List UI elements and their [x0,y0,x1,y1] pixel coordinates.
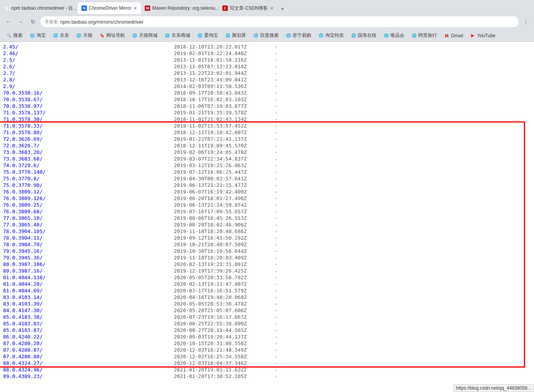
dir-link[interactable]: 86.0.4240.22/ [3,334,43,340]
bookmark-vip[interactable]: 🌐 唯品会 [380,31,407,40]
bookmark-taobao[interactable]: 🌐 淘宝 [26,31,49,40]
bookmark-aitaobao[interactable]: 🌐 爱淘宝 [194,31,221,40]
dir-link[interactable]: 80.0.3987.16/ [3,268,43,274]
dir-link[interactable]: 2.9/ [3,83,15,89]
dir-link[interactable]: 70.0.3538.97/ [3,103,43,109]
dir-link[interactable]: 88.0.4324.27/ [3,360,43,366]
back-button[interactable]: ← [3,17,13,27]
youtube-icon: ▶ [470,33,475,38]
reload-button[interactable]: ↻ [28,17,38,27]
dir-link[interactable]: 76.0.3809.68/ [3,209,43,214]
dir-date: 2019-02-01T19:22:24.040Z [171,50,272,57]
dir-link[interactable]: 75.0.3770.140/ [3,169,46,175]
dir-link[interactable]: 88.0.4324.96/ [3,367,43,373]
bookmark-jd-mall[interactable]: 🌐 京东商城 [161,31,193,40]
search-bookmark-icon: 🔍 [6,33,12,38]
dir-link[interactable]: 77.0.3865.40/ [3,222,43,228]
dir-date: 2013-11-05T07:13:23.018Z [171,63,272,70]
bookmark-search[interactable]: 🔍 搜索 [3,31,26,40]
dir-link[interactable]: 81.0.4044.138/ [3,275,46,280]
dir-link[interactable]: 70.0.3538.67/ [3,97,43,102]
menu-button[interactable]: ⋮ [521,17,531,27]
bookmark-taobao-deal[interactable]: 🌐 淘宝特卖 [315,31,347,40]
table-row: 75.0.3770.8/ 2019-04-30T00:02:57.641Z - [0,175,534,182]
dir-link[interactable]: 2.46/ [3,50,18,56]
dir-link[interactable]: 75.0.3770.8/ [3,176,40,181]
dir-date: 2018-12-11T19:10:42.607Z [171,129,272,136]
new-tab-button[interactable]: + [277,4,287,14]
dir-link[interactable]: 2.6/ [3,64,15,69]
bookmark-tmall[interactable]: 🌐 天猫 [73,31,95,40]
bookmark-alitrip[interactable]: 🌐 阿里旅行 [408,31,440,40]
dir-link[interactable]: 87.0.4280.88/ [3,354,43,359]
dir-link[interactable]: 73.0.3683.68/ [3,156,43,162]
dir-link[interactable]: 85.0.4183.83/ [3,321,43,326]
tab-3[interactable]: M Maven Repository: org.seleniu... ✕ [141,2,218,14]
dir-link[interactable]: 75.0.3770.90/ [3,182,43,188]
dir-link[interactable]: 2.45/ [3,44,18,50]
bookmark-tmall-mall[interactable]: 🌐 天猫商城 [129,31,161,40]
dir-link[interactable]: 81.0.4044.69/ [3,288,43,294]
dir-link[interactable]: 87.0.4280.87/ [3,347,43,353]
dir-date: 2019-08-20T18:01:27.496Z [171,195,272,202]
dir-link[interactable]: 74.0.3729.6/ [3,162,40,168]
dir-link[interactable]: 81.0.4044.20/ [3,281,43,287]
dir-link[interactable]: 83.0.4103.14/ [3,294,43,300]
forward-button[interactable]: → [16,17,26,27]
dir-size: - [272,57,534,63]
dir-link[interactable]: 78.0.3904.11/ [3,235,43,241]
bookmark-nav[interactable]: 🔖 网址导航 [96,31,128,40]
dir-date: 2018-10-17T16:02:03.103Z [171,96,272,103]
tab-2-close[interactable]: ✕ [131,6,137,11]
dir-date: 2020-02-13T19:11:47.807Z [171,281,272,287]
dir-link[interactable]: 76.0.3809.12/ [3,189,43,195]
dir-date: 2019-04-30T00:02:57.641Z [171,175,272,182]
dir-link[interactable]: 76.0.3809.25/ [3,202,43,208]
table-row: 81.0.4044.138/ 2020-05-05T20:33:58.782Z … [0,274,534,281]
dir-link[interactable]: 2.5/ [3,57,15,63]
dir-link[interactable]: 71.0.3578.33/ [3,123,43,129]
tab-4-close[interactable]: ✕ [268,6,274,11]
dir-link[interactable]: 70.0.3538.16/ [3,90,43,96]
dir-size: - [272,221,534,228]
dir-link[interactable]: 71.0.3578.30/ [3,116,43,122]
bookmark-gmail[interactable]: M Gmail [441,32,466,40]
dir-link[interactable]: 83.0.4103.39/ [3,301,43,307]
dir-date: 2018-11-01T21:02:43.134Z [171,116,272,123]
bookmark-youtube[interactable]: ▶ YouTube [467,32,498,40]
dir-size: - [272,248,534,254]
dir-link[interactable]: 76.0.3809.126/ [3,195,46,201]
dir-link[interactable]: 77.0.3865.10/ [3,215,43,221]
bookmark-jd[interactable]: 🌐 京东 [50,31,72,40]
bookmark-guomei[interactable]: 🌐 国美在线 [348,31,380,40]
dir-link[interactable]: 78.0.3904.105/ [3,228,46,234]
dir-link[interactable]: 71.0.3578.137/ [3,110,46,116]
dir-link[interactable]: 84.0.4147.30/ [3,307,43,313]
dir-link[interactable]: 85.0.4183.38/ [3,314,43,320]
dir-link[interactable]: 78.0.3904.70/ [3,242,43,247]
dir-link[interactable]: 72.0.3626.69/ [3,136,43,142]
dir-link[interactable]: 89.0.4389.23/ [3,373,43,379]
tab-4[interactable]: C 写文章-CSDN博客 ✕ [218,2,277,14]
dir-link[interactable]: 80.0.3987.106/ [3,261,46,267]
tab-1[interactable]: 📄 npm taobao chromedriver - 目... ✕ [0,2,78,14]
dir-link[interactable]: 79.0.3945.36/ [3,255,43,261]
tab-1-favicon: 📄 [4,5,9,11]
dir-link[interactable]: 71.0.3578.80/ [3,130,43,135]
bookmark-baidu[interactable]: 🌐 百度搜索 [250,31,282,40]
bookmark-juhua[interactable]: 🌐 聚划算 [222,31,249,40]
table-row: 75.0.3770.140/ 2019-07-12T18:06:25.447Z … [0,169,534,175]
alitrip-icon: 🌐 [411,33,417,38]
dir-link[interactable]: 73.0.3683.20/ [3,149,43,155]
dir-link[interactable]: 2.7/ [3,70,15,76]
dir-link[interactable]: 87.0.4280.20/ [3,340,43,346]
dir-link[interactable]: 79.0.3945.16/ [3,248,43,254]
dir-link[interactable]: 85.0.4183.87/ [3,327,43,333]
tab-2[interactable]: N ChromeDriver Mirror ✕ [78,2,141,14]
dir-link[interactable]: 72.0.3626.7/ [3,143,40,149]
dir-link[interactable]: 2.8/ [3,77,15,83]
dir-size: - [272,116,534,123]
address-bar[interactable]: 不安全 npm.taobao.org/mirrors/chromedriver [40,16,518,27]
bookmark-suning[interactable]: 🌐 苏宁易购 [283,31,314,40]
dir-date: 2019-03-07T22:34:54.837Z [171,155,272,162]
